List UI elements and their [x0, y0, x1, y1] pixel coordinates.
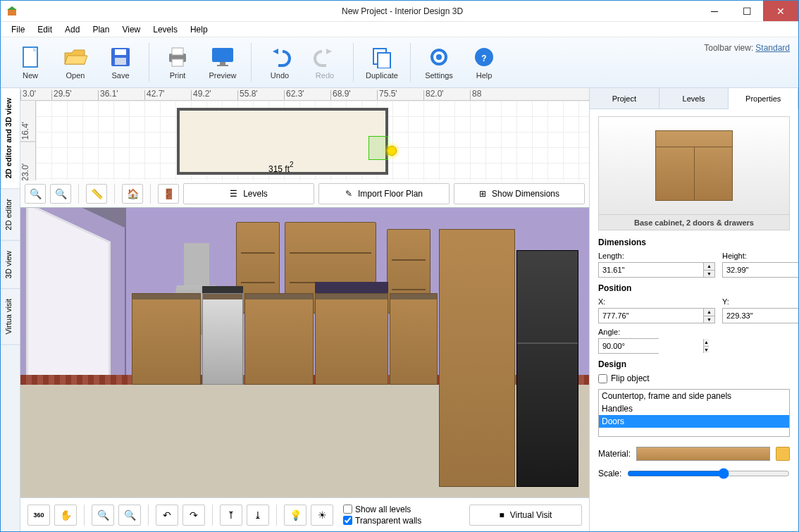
svg-rect-10	[212, 48, 233, 62]
gear-icon	[427, 45, 451, 69]
tilt-up-icon[interactable]: ⤒	[220, 505, 242, 526]
menu-file[interactable]: File	[5, 23, 31, 37]
menu-plan[interactable]: Plan	[86, 23, 116, 37]
virtual-visit-button[interactable]: ■Virtual Visit	[469, 505, 582, 526]
height-input[interactable]: ▲▼	[722, 262, 798, 278]
material-browse-icon[interactable]	[776, 447, 790, 461]
toolbar-view-switch: Toolbar view: Standard	[704, 43, 790, 53]
design-parts-list[interactable]: Countertop, frame and side panels Handle…	[598, 389, 790, 437]
app-icon	[6, 6, 18, 17]
open-button[interactable]: Open	[53, 40, 98, 85]
svg-rect-8	[172, 48, 183, 55]
import-floorplan-button[interactable]: ✎Import Floor Plan	[318, 183, 450, 204]
menu-edit[interactable]: Edit	[31, 23, 58, 37]
x-input[interactable]: ▲▼	[598, 308, 715, 323]
floorplan-2d[interactable]: 3.0'29.5'36.1'42.7'49.2'55.8'62.3'68.9'7…	[20, 88, 589, 208]
print-button[interactable]: Print	[155, 40, 200, 85]
zoom-in-icon[interactable]: 🔍	[50, 184, 71, 204]
help-button[interactable]: ?Help	[462, 40, 507, 85]
zoom-out-icon[interactable]: 🔍	[25, 184, 46, 204]
pan-icon[interactable]: ✋	[54, 505, 77, 526]
undo-button[interactable]: Undo	[257, 40, 302, 85]
show-all-levels-checkbox[interactable]: Show all levels	[343, 505, 421, 514]
minimize-button[interactable]: ─	[698, 1, 731, 21]
list-item[interactable]: Handles	[599, 402, 789, 415]
sun-icon[interactable]: ☀	[311, 505, 333, 526]
y-input[interactable]: ▲▼	[722, 308, 798, 323]
view360-icon[interactable]: 360	[27, 505, 50, 526]
redo-button[interactable]: Redo	[302, 40, 347, 85]
tab-properties[interactable]: Properties	[729, 88, 798, 109]
scale-slider[interactable]	[627, 468, 790, 479]
show-dimensions-button[interactable]: ⊞Show Dimensions	[454, 183, 585, 204]
rotate-left-icon[interactable]: ↶	[156, 505, 178, 526]
transparent-walls-checkbox[interactable]: Transparent walls	[343, 516, 421, 526]
camera-icon: ■	[500, 510, 504, 520]
selection-box[interactable]	[368, 136, 388, 160]
length-input[interactable]: ▲▼	[598, 262, 715, 278]
rotate-right-icon[interactable]: ↷	[182, 505, 205, 526]
list-item[interactable]: Countertop, frame and side panels	[599, 390, 789, 402]
app-window: New Project - Interior Design 3D ─ ☐ ✕ F…	[0, 0, 799, 532]
save-button[interactable]: Save	[98, 40, 143, 85]
svg-rect-11	[220, 62, 225, 65]
levels-button[interactable]: ☰Levels	[183, 183, 314, 204]
side-tabs: Virtua visit 3D view 2D editor 2D editor…	[1, 88, 20, 531]
new-button[interactable]: New	[8, 40, 53, 85]
sidetab-2d-editor[interactable]: 2D editor	[1, 189, 20, 241]
toolbar: New Open Save Print Preview Undo Redo Du…	[1, 37, 798, 88]
zoom-in-3d-icon[interactable]: 🔍	[118, 505, 141, 526]
angle-input[interactable]: ▲▼	[598, 338, 659, 354]
svg-rect-12	[217, 65, 228, 66]
flip-object-checkbox[interactable]: Flip object	[598, 373, 790, 383]
close-button[interactable]: ✕	[763, 1, 798, 21]
tab-levels[interactable]: Levels	[659, 88, 729, 109]
svg-marker-1	[7, 6, 17, 10]
layers-icon: ☰	[230, 189, 237, 199]
menubar: File Edit Add Plan View Levels Help	[1, 22, 798, 37]
viewport-3d[interactable]	[20, 208, 589, 497]
canvas-2d[interactable]: 315 ft2	[36, 101, 589, 183]
measure-icon[interactable]: 📏	[86, 184, 107, 204]
stove	[202, 293, 243, 385]
selection-handle[interactable]	[387, 146, 397, 156]
menu-view[interactable]: View	[116, 23, 147, 37]
maximize-button[interactable]: ☐	[731, 1, 763, 21]
monitor-icon	[211, 45, 235, 69]
zoom-out-3d-icon[interactable]: 🔍	[92, 505, 114, 526]
tab-project[interactable]: Project	[590, 88, 659, 109]
tilt-down-icon[interactable]: ⤓	[247, 505, 269, 526]
sidetab-virtual-visit[interactable]: Virtua visit	[1, 289, 20, 345]
floppy-icon	[109, 45, 132, 69]
sink-cabinet	[315, 293, 388, 385]
light-icon[interactable]: 💡	[284, 505, 306, 526]
svg-rect-0	[8, 10, 16, 16]
sidetab-3d-view[interactable]: 3D view	[1, 241, 20, 289]
window-title: New Project - Interior Design 3D	[342, 6, 463, 16]
duplicate-button[interactable]: Duplicate	[359, 40, 404, 85]
position-heading: Position	[598, 283, 790, 293]
preview-button[interactable]: Preview	[200, 40, 245, 85]
home-icon[interactable]: 🏠	[122, 184, 143, 204]
menu-help[interactable]: Help	[184, 23, 214, 37]
dimensions-heading: Dimensions	[598, 237, 790, 247]
file-icon	[18, 45, 42, 69]
menu-add[interactable]: Add	[58, 23, 86, 37]
pencil-icon: ✎	[345, 189, 352, 199]
design-heading: Design	[598, 359, 790, 369]
object-name: Base cabinet, 2 doors & drawers	[598, 215, 790, 230]
base-cabinet	[132, 293, 201, 385]
folder-open-icon	[63, 45, 87, 69]
sidetab-combo-view[interactable]: 2D editor and 3D view	[1, 88, 20, 189]
printer-icon	[166, 45, 190, 69]
material-swatch[interactable]	[636, 447, 770, 461]
ruler-horizontal: 3.0'29.5'36.1'42.7'49.2'55.8'62.3'68.9'7…	[20, 88, 589, 101]
door-icon[interactable]: 🚪	[158, 184, 179, 204]
menu-levels[interactable]: Levels	[147, 23, 184, 37]
settings-button[interactable]: Settings	[416, 40, 462, 85]
toolbar-view-link[interactable]: Standard	[755, 43, 790, 53]
svg-rect-6	[115, 58, 126, 65]
svg-point-18	[436, 54, 442, 60]
list-item[interactable]: Doors	[599, 415, 789, 428]
object-preview	[598, 116, 790, 215]
